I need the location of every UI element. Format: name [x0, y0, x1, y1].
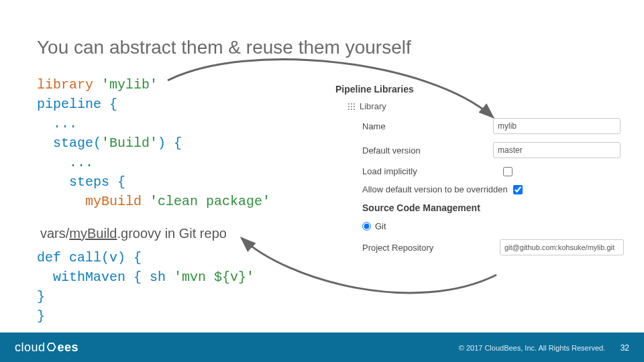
code-token: ... [37, 116, 77, 131]
code-token: 'clean package' [150, 194, 270, 209]
code-token: def [37, 250, 61, 265]
library-label: Library [360, 101, 386, 111]
cloudbees-logo: cloudees [15, 341, 78, 355]
code-token: } [37, 289, 45, 304]
name-input[interactable] [493, 118, 621, 134]
footer-right: © 2017 CloudBees, Inc. All Rights Reserv… [459, 341, 629, 353]
code-token: 'Build' [101, 135, 158, 151]
name-label: Name [362, 121, 493, 131]
section-scm: Source Code Management [362, 202, 624, 213]
groovy-caption: vars/myBuild.groovy in Git repo [40, 226, 227, 241]
caption-mid: myBuild [69, 226, 117, 241]
config-form: Pipeline Libraries Library Name Default … [335, 84, 624, 263]
copyright: © 2017 CloudBees, Inc. All Rights Reserv… [459, 344, 605, 352]
code-token: myBuild [37, 194, 150, 209]
bee-icon [47, 343, 56, 352]
load-implicitly-checkbox[interactable] [503, 167, 513, 176]
row-name: Name [362, 118, 624, 134]
code-token: 'mvn ${v}' [174, 269, 254, 285]
row-allow-override: Allow default version to be overridden [362, 184, 624, 194]
slide-title: You can abstract them & reuse them yours… [37, 37, 411, 58]
code-token: withMaven { sh [37, 269, 174, 285]
allow-override-checkbox[interactable] [513, 185, 523, 194]
footer: cloudees © 2017 CloudBees, Inc. All Righ… [0, 333, 644, 362]
row-scm-git: Git [362, 221, 624, 231]
code-token: ) { [158, 135, 182, 151]
caption-post: .groovy in Git repo [117, 226, 226, 241]
code-token: call(v) { [61, 250, 142, 265]
load-implicitly-label: Load implicitly [362, 166, 503, 176]
code-token: pipeline { [37, 97, 117, 112]
page-number: 32 [621, 343, 629, 353]
code-block-groovy: def call(v) { withMaven { sh 'mvn ${v}' … [37, 248, 254, 326]
project-repository-input[interactable] [500, 239, 624, 255]
section-pipeline-libraries: Pipeline Libraries [335, 84, 624, 95]
code-token: } [37, 308, 45, 324]
default-version-input[interactable] [493, 142, 621, 158]
slide: You can abstract them & reuse them yours… [0, 0, 644, 362]
default-version-label: Default version [362, 145, 493, 156]
library-header: Library [347, 101, 624, 111]
code-token: steps { [37, 174, 125, 190]
drag-handle-icon [347, 103, 356, 111]
code-token: 'mylib' [93, 77, 158, 93]
code-block-pipeline: library 'mylib' pipeline { ... stage('Bu… [37, 75, 270, 211]
caption-pre: vars/ [40, 226, 69, 241]
logo-text-2: ees [58, 341, 79, 354]
code-token: stage( [37, 135, 101, 151]
row-load-implicitly: Load implicitly [362, 166, 624, 176]
row-project-repository: Project Repository [362, 239, 624, 255]
row-default-version: Default version [362, 142, 624, 158]
scm-git-radio[interactable] [362, 222, 371, 231]
scm-git-label: Git [375, 221, 386, 231]
allow-override-label: Allow default version to be overridden [362, 184, 513, 194]
code-token: ... [37, 155, 93, 170]
logo-text-1: cloud [15, 341, 46, 354]
project-repository-label: Project Repository [362, 243, 476, 253]
code-token: library [37, 77, 93, 93]
